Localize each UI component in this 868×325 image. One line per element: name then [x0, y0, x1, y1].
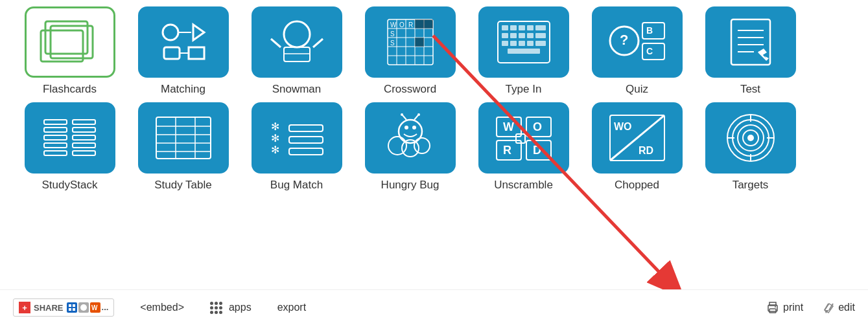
activity-study-table[interactable]: Study Table [126, 102, 240, 192]
svg-rect-29 [424, 19, 433, 28]
activity-hungry-bug[interactable]: Hungry Bug [353, 102, 467, 192]
svg-rect-46 [535, 41, 546, 46]
svg-text:✻: ✻ [271, 144, 279, 155]
activity-chopped[interactable]: WO RD Chopped [580, 102, 694, 192]
svg-rect-47 [508, 49, 540, 54]
activity-quiz[interactable]: ? B C Quiz [580, 6, 694, 96]
svg-rect-38 [510, 33, 517, 38]
svg-rect-69 [73, 135, 95, 140]
svg-rect-67 [73, 120, 95, 124]
svg-text:R: R [503, 144, 511, 157]
svg-point-112 [747, 135, 754, 141]
svg-text:WO: WO [614, 121, 632, 132]
apps-link[interactable]: apps [210, 302, 252, 314]
svg-rect-30 [415, 38, 424, 47]
study-table-svg [151, 112, 216, 164]
svg-rect-45 [527, 41, 534, 46]
share-mini-icon-2 [78, 302, 89, 313]
print-link[interactable]: print [766, 301, 803, 314]
unscramble-icon-bg: W O R D [478, 102, 569, 174]
svg-rect-44 [519, 41, 525, 46]
flashcards-label: Flashcards [43, 83, 97, 96]
svg-rect-130 [769, 302, 776, 306]
svg-rect-41 [535, 33, 546, 38]
chopped-svg: WO RD [605, 112, 670, 164]
svg-rect-70 [73, 143, 95, 148]
svg-marker-6 [189, 47, 204, 59]
svg-point-131 [775, 306, 776, 308]
quiz-icon-bg: ? B C [592, 6, 683, 78]
svg-line-88 [403, 115, 406, 120]
svg-rect-71 [73, 151, 95, 155]
main-content: Flashcards Matching [0, 0, 868, 198]
svg-rect-42 [502, 41, 508, 46]
svg-rect-5 [164, 47, 180, 59]
svg-text:D: D [533, 144, 541, 157]
svg-point-94 [414, 138, 430, 153]
svg-rect-28 [415, 19, 424, 28]
activity-row-1: Flashcards Matching [13, 6, 855, 96]
toolbar-right: print edit [766, 301, 855, 314]
svg-rect-63 [44, 128, 67, 132]
svg-rect-122 [69, 308, 71, 311]
share-plus-icon: + [19, 302, 30, 313]
svg-text:R: R [408, 21, 413, 28]
test-label: Test [740, 83, 760, 96]
svg-rect-72 [156, 117, 211, 159]
unscramble-label: Unscramble [494, 179, 553, 192]
svg-rect-62 [44, 120, 67, 124]
svg-rect-40 [527, 33, 534, 38]
bug-match-label: Bug Match [270, 179, 323, 192]
svg-rect-33 [510, 25, 517, 30]
svg-text:W: W [390, 21, 397, 28]
activity-typein[interactable]: Type In [467, 6, 580, 96]
svg-marker-60 [758, 49, 767, 56]
chopped-icon-bg: WO RD [592, 102, 683, 174]
matching-label: Matching [161, 83, 205, 96]
study-table-label: Study Table [154, 179, 212, 192]
svg-rect-32 [502, 25, 508, 30]
activity-test[interactable]: Test [694, 6, 807, 96]
svg-text:W: W [503, 120, 514, 133]
activity-targets[interactable]: Targets [694, 102, 807, 192]
activity-row-2: StudyStack Study Table [13, 102, 855, 192]
svg-rect-121 [73, 304, 75, 307]
share-ellipsis: ... [102, 302, 109, 313]
svg-text:O: O [533, 120, 542, 133]
activity-studystack[interactable]: StudyStack [13, 102, 126, 192]
svg-point-9 [284, 21, 310, 47]
svg-line-10 [271, 39, 281, 47]
svg-text:C: C [646, 46, 653, 56]
activity-unscramble[interactable]: W O R D Unscramble [467, 102, 580, 192]
svg-rect-66 [44, 151, 67, 155]
activity-flashcards[interactable]: Flashcards [13, 6, 126, 96]
export-link[interactable]: export [277, 302, 306, 313]
svg-point-87 [412, 126, 416, 129]
snowman-label: Snowman [272, 83, 322, 96]
chopped-label: Chopped [615, 179, 659, 192]
svg-point-86 [405, 126, 408, 129]
embed-label: <embed> [140, 302, 184, 313]
svg-text:O: O [399, 21, 405, 28]
export-label: export [277, 302, 306, 313]
activity-bug-match[interactable]: ✻ ✻ ✻ Bug Match [240, 102, 353, 192]
print-label: print [783, 302, 803, 313]
svg-text:?: ? [620, 32, 628, 48]
typein-label: Type In [506, 83, 542, 96]
share-mini-icon-3: W [90, 302, 100, 313]
svg-rect-119 [67, 302, 77, 313]
svg-text:✻: ✻ [271, 133, 279, 144]
svg-rect-12 [284, 47, 310, 62]
bottom-toolbar: + SHARE W ... <embed> [0, 289, 868, 325]
activity-crossword[interactable]: W O R S S Crossword [353, 6, 467, 96]
svg-rect-37 [502, 33, 508, 38]
svg-line-11 [313, 39, 323, 47]
share-button[interactable]: + SHARE W ... [13, 298, 114, 317]
svg-rect-65 [44, 143, 67, 148]
activity-snowman[interactable]: Snowman [240, 6, 353, 96]
edit-link[interactable]: edit [823, 301, 855, 314]
svg-rect-64 [44, 135, 67, 140]
embed-link[interactable]: <embed> [140, 302, 184, 313]
svg-rect-84 [289, 148, 323, 155]
activity-matching[interactable]: Matching [126, 6, 240, 96]
